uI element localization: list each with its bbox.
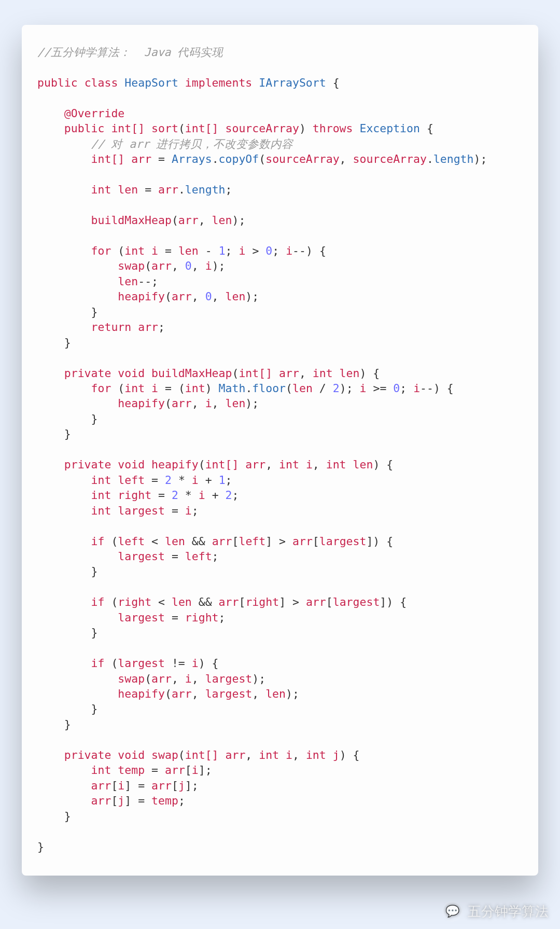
kw-class: class [85, 76, 118, 89]
kw-intarr: int[] [239, 367, 272, 380]
id-arr: arr [245, 458, 265, 471]
num-2: 2 [172, 489, 178, 502]
kw-private: private [64, 367, 111, 380]
num-0: 0 [265, 244, 272, 257]
id-len: len [118, 275, 138, 288]
mtd-copyof: copyOf [219, 152, 259, 165]
num-0: 0 [205, 290, 212, 303]
id-largest: largest [118, 550, 165, 563]
kw-public: public [64, 122, 105, 135]
comment-copy: // 对 arr 进行拷贝，不改变参数内容 [91, 137, 293, 150]
id-len: len [226, 290, 246, 303]
id-left: left [185, 550, 212, 563]
id-arr: arr [165, 764, 185, 777]
mtd-heapify: heapify [151, 458, 199, 471]
mtd-swap: swap [151, 748, 178, 761]
id-i: i [185, 504, 192, 517]
num-1: 1 [219, 474, 226, 487]
id-largest: largest [205, 687, 253, 700]
id-j: j [333, 748, 340, 761]
id-i: i [286, 244, 292, 257]
kw-int: int [326, 458, 346, 471]
id-arr: arr [226, 748, 246, 761]
cls-exception: Exception [359, 122, 420, 135]
id-len: len [292, 382, 313, 395]
id-arr: arr [151, 672, 172, 685]
id-i: i [151, 382, 158, 395]
kw-int: int [306, 748, 326, 761]
mtd-buildmaxheap: buildMaxHeap [151, 367, 232, 380]
id-i: i [286, 748, 292, 761]
id-length: length [433, 152, 474, 165]
kw-intarr: int[] [205, 458, 239, 471]
id-left: left [118, 474, 145, 487]
id-i: i [199, 489, 205, 502]
id-largest: largest [319, 535, 367, 548]
mtd-swap: swap [118, 259, 145, 272]
id-largest: largest [118, 611, 165, 624]
id-i: i [192, 764, 199, 777]
num-1: 1 [219, 244, 226, 257]
id-j: j [178, 779, 185, 792]
id-arr: arr [138, 321, 158, 334]
id-temp: temp [151, 794, 178, 807]
id-i: i [360, 382, 367, 395]
id-arr: arr [151, 779, 172, 792]
num-2: 2 [165, 474, 172, 487]
id-left: left [239, 535, 265, 548]
id-temp: temp [118, 764, 145, 777]
mtd-heapify: heapify [118, 290, 165, 303]
kw-int: int [91, 474, 111, 487]
kw-intarr: int[] [185, 748, 219, 761]
kw-int: int [91, 764, 111, 777]
kw-void: void [118, 748, 145, 761]
id-i: i [205, 397, 212, 410]
id-len: len [118, 183, 138, 196]
id-arr: arr [151, 259, 172, 272]
id-i: i [192, 474, 199, 487]
id-sourcearray: sourceArray [265, 152, 339, 165]
id-len: len [178, 244, 199, 257]
id-i: i [413, 382, 420, 395]
id-arr: arr [178, 214, 199, 227]
id-arr: arr [131, 152, 151, 165]
kw-int: int [124, 382, 145, 395]
mtd-floor: floor [252, 382, 286, 395]
ann-override: @Override [64, 107, 125, 120]
cls-heapsort: HeapSort [124, 76, 178, 89]
kw-void: void [118, 458, 145, 471]
id-right: right [245, 595, 279, 608]
mtd-heapify: heapify [118, 397, 165, 410]
id-j: j [118, 794, 124, 807]
code-card: //五分钟学算法： Java 代码实现 public class HeapSor… [22, 25, 538, 876]
id-arr: arr [158, 183, 178, 196]
id-arr: arr [172, 290, 192, 303]
id-arr: arr [219, 595, 239, 608]
kw-intarr: int[] [185, 122, 219, 135]
id-right: right [185, 611, 219, 624]
kw-void: void [118, 367, 145, 380]
kw-int: int [313, 367, 333, 380]
num-2: 2 [226, 489, 232, 502]
kw-intarr: int[] [111, 122, 145, 135]
kw-int: int [91, 183, 111, 196]
kw-if: if [91, 657, 105, 670]
kw-return: return [91, 321, 132, 334]
id-sourcearray: sourceArray [353, 152, 427, 165]
id-i: i [151, 244, 158, 257]
id-left: left [118, 535, 145, 548]
kw-public: public [37, 76, 78, 89]
mtd-sort: sort [151, 122, 178, 135]
id-i: i [205, 259, 212, 272]
id-length: length [185, 183, 226, 196]
cls-arrays: Arrays [172, 152, 212, 165]
id-arr: arr [306, 595, 326, 608]
kw-int: int [124, 244, 145, 257]
id-len: len [340, 367, 360, 380]
watermark-text: 五分钟学算法 [468, 903, 549, 921]
kw-private: private [64, 748, 111, 761]
mtd-heapify: heapify [118, 687, 165, 700]
id-right: right [118, 489, 151, 502]
kw-int: int [259, 748, 279, 761]
id-len: len [353, 458, 373, 471]
